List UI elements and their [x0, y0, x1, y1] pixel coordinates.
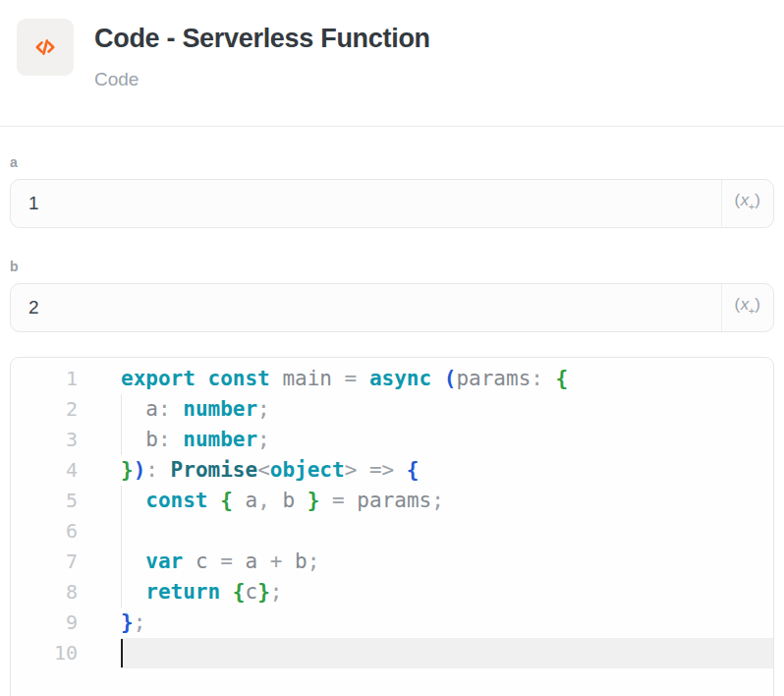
code-token: { — [407, 458, 420, 482]
code-token: + — [257, 550, 295, 573]
code-line: 1export const main = async (params: { — [11, 364, 773, 394]
code-icon-glyph — [31, 33, 59, 61]
code-token — [121, 428, 145, 451]
line-number: 8 — [11, 577, 78, 608]
code-token: < — [257, 458, 270, 482]
fields-section: a (x+) b (x+) — [0, 127, 784, 332]
code-token: async — [369, 367, 431, 390]
code-token: c — [245, 580, 257, 604]
indent-guide — [121, 425, 122, 455]
field-a-input-row: (x+) — [10, 179, 774, 228]
indent-guide — [121, 577, 122, 608]
code-icon — [17, 19, 74, 76]
code-line: 7 var c = a + b; — [11, 547, 773, 577]
page-subtitle: Code — [94, 69, 430, 90]
field-b: b (x+) — [10, 258, 774, 332]
code-token: } — [257, 580, 270, 604]
code-token: a — [245, 489, 257, 512]
connect-input-button[interactable]: (x+) — [722, 284, 773, 331]
code-token: export — [121, 367, 196, 390]
code-line-content[interactable]: var c = a + b; — [121, 547, 773, 577]
code-token: ; — [308, 550, 320, 573]
code-line: 2 a: number; — [11, 394, 773, 425]
code-token: a — [145, 397, 158, 421]
insert-variable-icon: (x+) — [735, 192, 761, 215]
code-token: { — [233, 580, 246, 604]
code-token — [121, 580, 145, 604]
code-line-content[interactable]: export const main = async (params: { — [121, 364, 773, 394]
code-token: Promise — [171, 458, 258, 482]
code-token: { — [220, 489, 233, 512]
code-token: b — [295, 550, 308, 573]
code-token: } — [308, 489, 320, 512]
code-token: > => — [345, 458, 407, 482]
code-line-content[interactable] — [121, 638, 773, 668]
line-number: 2 — [11, 394, 78, 425]
code-line-content[interactable] — [121, 516, 773, 547]
code-line-content[interactable]: b: number; — [121, 425, 773, 455]
code-line-content[interactable]: return {c}; — [121, 577, 773, 608]
code-token: const — [208, 367, 270, 390]
code-line: 5 const { a, b } = params; — [11, 486, 773, 516]
line-number: 6 — [11, 516, 78, 547]
code-token — [196, 367, 208, 390]
code-token: : — [531, 367, 555, 390]
code-token — [220, 580, 233, 604]
code-token — [183, 550, 196, 573]
field-b-input[interactable] — [11, 284, 721, 331]
code-token: var — [145, 550, 183, 573]
code-token: number — [183, 397, 257, 421]
code-line: 9}; — [11, 608, 773, 638]
code-line: 8 return {c}; — [11, 577, 773, 608]
code-token — [295, 489, 308, 512]
line-number: 9 — [11, 608, 78, 638]
line-number: 7 — [11, 547, 78, 577]
code-token: object — [270, 458, 345, 482]
code-token — [121, 550, 145, 573]
field-b-label: b — [10, 258, 774, 275]
code-line: 10 — [11, 638, 773, 668]
code-token — [233, 489, 246, 512]
header: Code - Serverless Function Code — [0, 0, 784, 127]
line-number: 5 — [11, 486, 78, 516]
code-line-content[interactable]: const { a, b } = params; — [121, 486, 773, 516]
code-line: 3 b: number; — [11, 425, 773, 455]
field-a-label: a — [10, 153, 774, 171]
line-number: 3 — [11, 425, 78, 455]
line-number: 4 — [11, 455, 78, 486]
code-token: } — [121, 610, 134, 634]
code-token: : — [158, 428, 183, 451]
code-line-content[interactable]: }): Promise<object> => { — [121, 455, 773, 486]
code-token: params — [456, 367, 531, 390]
code-token: = — [208, 550, 246, 573]
code-token — [121, 397, 145, 421]
code-line-content[interactable]: a: number; — [121, 394, 773, 425]
code-token — [121, 489, 145, 512]
code-editor[interactable]: 1export const main = async (params: {2 a… — [10, 357, 774, 696]
code-token: ; — [257, 428, 270, 451]
code-token: const — [145, 489, 207, 512]
indent-guide — [121, 547, 122, 577]
line-number: 10 — [11, 638, 78, 668]
code-token: a — [245, 550, 257, 573]
code-token: c — [196, 550, 208, 573]
code-token: b — [145, 428, 158, 451]
indent-guide — [121, 486, 122, 516]
code-token: ( — [444, 367, 457, 390]
text-cursor — [121, 639, 123, 667]
code-token: = — [332, 367, 369, 390]
code-token: ; — [134, 610, 146, 634]
field-a-input[interactable] — [11, 180, 721, 227]
field-b-input-row: (x+) — [10, 283, 774, 332]
code-token: number — [183, 428, 257, 451]
code-token: ) — [134, 458, 146, 482]
code-token: = — [319, 489, 357, 512]
code-token: return — [145, 580, 220, 604]
code-line: 6 — [11, 516, 773, 547]
code-token: { — [556, 367, 569, 390]
connect-input-button[interactable]: (x+) — [722, 180, 773, 227]
code-line: 4}): Promise<object> => { — [11, 455, 773, 486]
code-token: b — [282, 489, 295, 512]
code-line-content[interactable]: }; — [121, 608, 773, 638]
code-token: : — [158, 397, 183, 421]
